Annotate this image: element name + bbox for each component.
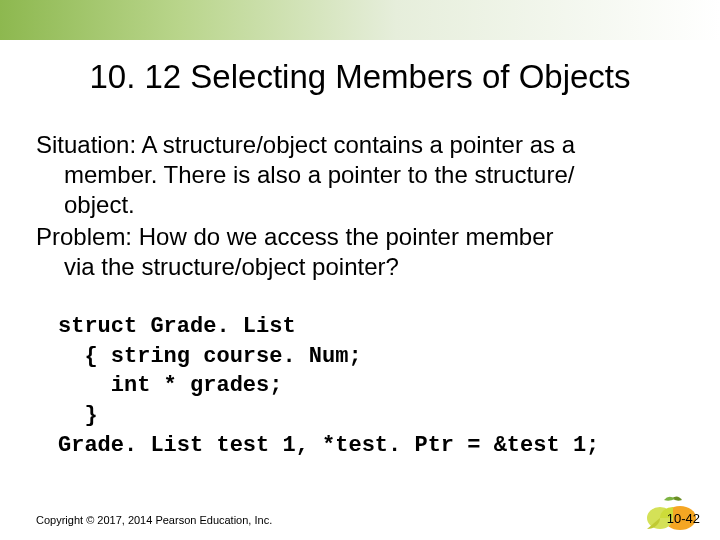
footer-pagenum: 10-42 [667,511,700,526]
slide-title: 10. 12 Selecting Members of Objects [0,58,720,96]
problem-line2: via the structure/object pointer? [36,252,684,282]
situation-line3: object. [36,190,684,220]
problem-line1: Problem: How do we access the pointer me… [36,223,554,250]
code-line: } [58,403,98,428]
code-line: int * grades; [58,373,282,398]
code-line: Grade. List test 1, *test. Ptr = &test 1… [58,433,599,458]
code-line: { string course. Num; [58,344,362,369]
code-line: struct Grade. List [58,314,296,339]
situation-line1: Situation: A structure/object contains a… [36,131,575,158]
code-block: struct Grade. List { string course. Num;… [58,312,599,460]
situation-line2: member. There is also a pointer to the s… [36,160,684,190]
header-gradient [0,0,720,40]
footer-copyright: Copyright © 2017, 2014 Pearson Education… [36,514,272,526]
slide: 10. 12 Selecting Members of Objects Situ… [0,0,720,540]
body-text: Situation: A structure/object contains a… [36,130,684,284]
